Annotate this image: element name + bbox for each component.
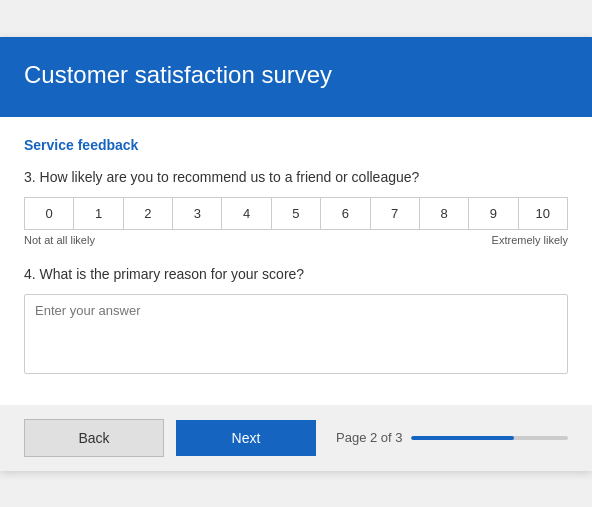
progress-bar-background (411, 436, 569, 440)
nps-cell-1[interactable]: 1 (74, 198, 123, 229)
progress-bar-fill (411, 436, 515, 440)
nps-labels: Not at all likely Extremely likely (24, 234, 568, 246)
nps-label-low: Not at all likely (24, 234, 95, 246)
nps-cell-7[interactable]: 7 (371, 198, 420, 229)
survey-body: Service feedback 3. How likely are you t… (0, 117, 592, 405)
section-title: Service feedback (24, 137, 568, 153)
nps-cell-0[interactable]: 0 (25, 198, 74, 229)
question-4-text: 4. What is the primary reason for your s… (24, 266, 568, 282)
nps-cell-6[interactable]: 6 (321, 198, 370, 229)
question-4: 4. What is the primary reason for your s… (24, 266, 568, 377)
nps-cell-5[interactable]: 5 (272, 198, 321, 229)
nps-cell-10[interactable]: 10 (519, 198, 567, 229)
next-button[interactable]: Next (176, 420, 316, 456)
nps-cell-2[interactable]: 2 (124, 198, 173, 229)
survey-title: Customer satisfaction survey (24, 61, 568, 89)
pagination: Page 2 of 3 (336, 430, 568, 445)
nps-cell-4[interactable]: 4 (222, 198, 271, 229)
survey-container: Customer satisfaction survey Service fee… (0, 37, 592, 471)
nps-scale: 0 1 2 3 4 5 6 7 8 9 10 (24, 197, 568, 230)
answer-textarea[interactable] (24, 294, 568, 374)
page-label: Page 2 of 3 (336, 430, 403, 445)
nps-cell-9[interactable]: 9 (469, 198, 518, 229)
survey-footer: Back Next Page 2 of 3 (0, 405, 592, 471)
nps-cell-3[interactable]: 3 (173, 198, 222, 229)
nps-label-high: Extremely likely (492, 234, 568, 246)
nps-cell-8[interactable]: 8 (420, 198, 469, 229)
question-3-text: 3. How likely are you to recommend us to… (24, 169, 568, 185)
back-button[interactable]: Back (24, 419, 164, 457)
survey-header: Customer satisfaction survey (0, 37, 592, 117)
